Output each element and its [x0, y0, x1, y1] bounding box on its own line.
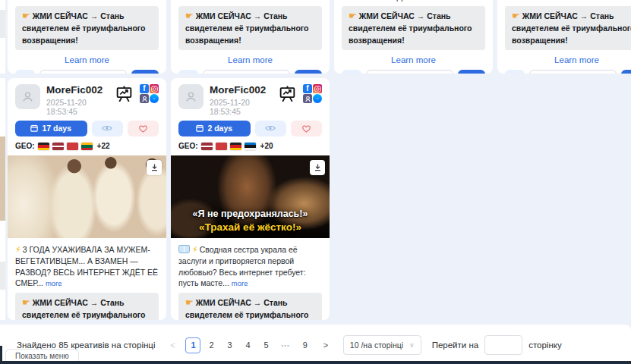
cta-text: ЖМИ СЕЙЧАС → Стань свидетелем её триумфа… — [22, 298, 146, 320]
avatar — [178, 84, 203, 109]
book-icon — [178, 245, 190, 253]
header-text: MoreFic002 2025-11-20 18:53:45 — [46, 84, 115, 116]
days-active-button[interactable]: 17 days — [15, 121, 87, 136]
flag-lv-icon — [52, 143, 64, 150]
open-url-button[interactable]: → — [458, 70, 485, 74]
geo-more-count[interactable]: +22 — [97, 142, 110, 150]
page-button-1[interactable]: 1 — [185, 337, 200, 353]
per-page-select[interactable]: 10 /на сторінці ∨ — [343, 335, 421, 355]
landing-url-input[interactable] — [39, 70, 127, 74]
goto-page: Перейти на сторінку — [432, 335, 562, 355]
learn-more-link[interactable]: Learn more — [15, 55, 159, 64]
column-gap — [0, 74, 5, 78]
days-active-button[interactable]: 2 days — [178, 121, 251, 136]
calendar-icon — [196, 124, 203, 132]
audience-network-icon — [303, 94, 312, 103]
messenger-icon — [150, 94, 159, 103]
page-button-4[interactable]: 4 — [240, 337, 255, 353]
pointer-icon: ☛ — [512, 11, 520, 21]
creative-card-clipped: ☛ЖМИ СЕЙЧАС → Стань свидетелем её триумф… — [8, 0, 166, 74]
search-button[interactable] — [342, 70, 361, 74]
header-icons: f — [278, 84, 322, 104]
page-button-9[interactable]: 9 — [298, 337, 313, 353]
landing-url-input[interactable] — [203, 70, 290, 74]
clipped-cta-box — [0, 262, 5, 290]
geo-row: GEO: +22 — [15, 142, 159, 151]
chevron-down-icon: ∨ — [409, 341, 415, 349]
creative-card: MoreFic002 2025-11-20 18:53:45 f 2 days … — [171, 78, 330, 320]
geo-flags — [201, 143, 256, 150]
goto-prefix: Перейти на — [432, 340, 479, 350]
show-menu-tab[interactable]: Показать меню — [5, 349, 79, 362]
card-actions: 2 days — [178, 121, 322, 136]
page-button-2[interactable]: 2 — [203, 337, 219, 353]
caption-line-1: «Я не предохранялась!» — [171, 208, 330, 221]
url-row: → — [15, 70, 159, 74]
open-url-button[interactable]: → — [621, 70, 631, 74]
open-url-button[interactable]: → — [131, 70, 159, 74]
search-button[interactable] — [15, 70, 35, 74]
creative-image[interactable]: «Я не предохранялась!» «Трахай её жёстко… — [171, 155, 330, 238]
flag-de-icon — [38, 143, 49, 150]
eye-icon — [265, 124, 276, 132]
favorite-button[interactable] — [128, 121, 159, 136]
card-header: MoreFic002 2025-11-20 18:53:45 f — [178, 84, 322, 116]
presentation-chart-icon — [278, 85, 297, 104]
creative-column-4: ☛ЖМИ СЕЙЧАС → Стань свидетелем её триумф… — [497, 0, 631, 74]
search-button[interactable] — [178, 70, 198, 74]
page-ellipsis: ••• — [276, 341, 294, 350]
flag-de-icon — [230, 143, 241, 150]
messenger-icon — [313, 94, 322, 103]
clipped-media — [0, 136, 5, 221]
more-link[interactable]: more — [232, 279, 248, 287]
instagram-icon — [150, 84, 159, 93]
card-header: MoreFic002 2025-11-20 18:53:45 f — [15, 84, 159, 116]
landing-url-input[interactable] — [366, 70, 453, 74]
landing-url-input[interactable] — [529, 70, 617, 74]
ad-text: ⚡3 ГОДА УХАЖИВАЛА ЗА МУЖЕМ-ВЕГЕТАТИВЦЕМ.… — [15, 244, 159, 289]
ad-text-icons: ⚡ — [178, 245, 200, 254]
learn-more-link[interactable]: Learn more — [178, 55, 322, 64]
search-button[interactable] — [505, 70, 525, 74]
flag-lt-icon — [81, 143, 93, 150]
ad-text-content: 3 ГОДА УХАЖИВАЛА ЗА МУЖЕМ-ВЕГЕТАТИВЦЕМ..… — [15, 245, 158, 288]
days-label: 2 days — [207, 124, 232, 133]
more-link[interactable]: more — [465, 0, 481, 2]
pointer-icon: ☛ — [185, 11, 194, 21]
more-link[interactable]: more — [46, 279, 62, 287]
cta-text: ЖМИ СЕЙЧАС → Стань свидетелем её триумфа… — [22, 11, 146, 45]
favorite-button[interactable] — [291, 121, 322, 136]
download-icon — [150, 163, 159, 171]
prev-page-button[interactable]: < — [166, 340, 179, 350]
page-name: MoreFic002 — [46, 84, 115, 96]
preview-button[interactable] — [92, 121, 123, 136]
cta-box: ☛ЖМИ СЕЙЧАС → Стань свидетелем её триумф… — [505, 6, 631, 50]
goto-page-input[interactable] — [484, 335, 522, 355]
open-url-button[interactable]: → — [295, 70, 322, 74]
download-image-button[interactable] — [147, 160, 162, 175]
creative-card-clipped: ☛ЖМИ СЕЙЧАС → Стань свидетелем её триумф… — [171, 0, 330, 74]
cta-box: ☛ЖМИ СЕЙЧАС → Стань свидетелем её триумф… — [178, 293, 322, 320]
creative-column-2: ☛ЖМИ СЕЙЧАС → Стань свидетелем её триумф… — [171, 0, 330, 320]
pagination-bar: Знайдено 85 креативів на сторінці < 1234… — [0, 325, 631, 364]
url-row: → — [342, 70, 485, 74]
preview-button[interactable] — [255, 121, 286, 136]
clipped-ad-text: ИНТЕРНЕТ ЖДЁТ ЕЁ СМЕР ... more — [342, 0, 485, 4]
creative-card-clipped: ИНТЕРНЕТ ЖДЁТ ЕЁ СМЕР ... more ☛ЖМИ СЕЙЧ… — [334, 0, 493, 74]
presentation-chart-icon — [115, 85, 134, 104]
goto-suffix: сторінку — [528, 340, 562, 350]
geo-more-count[interactable]: +20 — [260, 142, 273, 150]
creative-image[interactable] — [8, 155, 166, 238]
audience-network-icon — [140, 94, 149, 103]
learn-more-link[interactable]: Learn more — [505, 55, 631, 64]
caption-line-2: «Трахай её жёстко!» — [171, 221, 330, 234]
learn-more-link[interactable]: Learn more — [342, 55, 485, 64]
flag-red-icon — [216, 143, 227, 150]
person-icon — [21, 90, 34, 103]
page-button-3[interactable]: 3 — [222, 337, 237, 353]
page-button-5[interactable]: 5 — [258, 337, 273, 353]
download-image-button[interactable] — [310, 160, 325, 175]
geo-flags — [38, 143, 93, 150]
next-page-button[interactable]: > — [319, 340, 333, 350]
pointer-icon: ☛ — [22, 11, 30, 21]
